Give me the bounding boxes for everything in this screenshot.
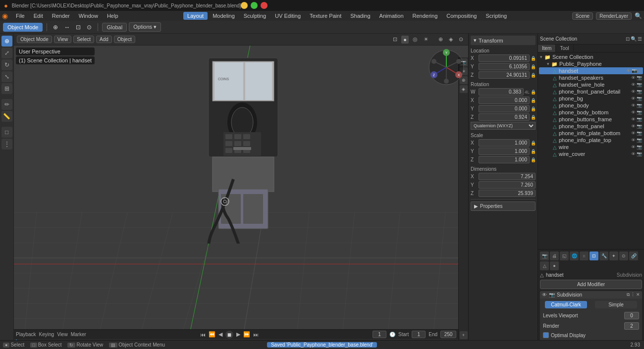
wire-render-icon[interactable]: 📷: [637, 145, 642, 150]
handset-render-icon[interactable]: 📷: [632, 68, 637, 73]
step-back-btn[interactable]: ⏪: [209, 331, 215, 338]
menu-edit[interactable]: Edit: [30, 12, 47, 20]
menu-file[interactable]: File: [12, 12, 29, 20]
render-icon[interactable]: ☀: [422, 35, 430, 44]
tree-phone-info-plate-top[interactable]: △ phone_info_plate_top 👁 📷: [539, 137, 643, 144]
keying-menu[interactable]: Keying: [39, 332, 54, 337]
wire-eye-icon[interactable]: 👁: [631, 145, 636, 150]
bb-eye-icon[interactable]: 👁: [631, 110, 636, 115]
scale-y-field[interactable]: 1.000: [479, 148, 530, 155]
workspace-texture[interactable]: Texture Paint: [306, 12, 345, 20]
tree-scene-collection[interactable]: ▾ 📁 Scene Collection: [539, 53, 643, 60]
view-menu[interactable]: View: [57, 332, 68, 337]
fp-render-icon[interactable]: 📷: [637, 124, 642, 129]
wire-hole-render-icon[interactable]: 📷: [637, 82, 642, 87]
optimal-display-checkbox[interactable]: [543, 332, 549, 338]
scene-selector[interactable]: Scene: [572, 12, 593, 20]
mod-icons-right[interactable]: ⧉ ⋮ ✕: [627, 292, 640, 298]
view-layer-props-icon[interactable]: ◱: [560, 251, 569, 260]
mod-down-icon[interactable]: ⋮: [631, 292, 635, 298]
loc-x-field[interactable]: 0.09161: [479, 54, 530, 62]
mod-copy-icon[interactable]: ⧉: [627, 292, 630, 298]
move-tool[interactable]: ⤢: [1, 48, 12, 58]
ipb-eye-icon[interactable]: 👁: [631, 131, 636, 136]
wire-hole-eye-icon[interactable]: 👁: [631, 82, 636, 87]
workspace-shading[interactable]: Shading: [346, 12, 374, 20]
snap-icon[interactable]: ⊡: [74, 23, 83, 32]
maximize-btn[interactable]: [251, 2, 258, 9]
loc-y-field[interactable]: 6.10356: [479, 63, 530, 70]
dim-x-field[interactable]: 7.254: [479, 173, 536, 180]
wireframe-icon[interactable]: ⊡: [391, 35, 399, 44]
tree-public-payphone[interactable]: ▾ 📁 Public_Payphone: [539, 60, 643, 67]
tree-phone-info-plate-bottom[interactable]: △ phone_info_plate_bottom 👁 📷: [539, 130, 643, 137]
fpd-eye-icon[interactable]: 👁: [631, 89, 636, 94]
sc-filter2-icon[interactable]: ☰: [638, 36, 642, 42]
menu-help[interactable]: Help: [103, 12, 122, 20]
tree-handset-wire-hole[interactable]: △ handset_wire_hole 👁 📷: [539, 81, 643, 88]
dim-y-field[interactable]: 7.260: [479, 181, 536, 189]
tree-wire[interactable]: △ wire 👁 📷: [539, 144, 643, 150]
workspace-layout[interactable]: Layout: [183, 12, 208, 20]
play-btn[interactable]: ▶: [236, 331, 240, 338]
playback-menu[interactable]: Playback: [16, 332, 36, 337]
catmull-clark-btn[interactable]: Catmull-Clark: [545, 301, 587, 308]
workspace-modeling[interactable]: Modeling: [209, 12, 239, 20]
end-frame-field[interactable]: 250: [440, 331, 456, 338]
render-layer-selector[interactable]: RenderLayer: [596, 12, 632, 20]
sc-search-icon[interactable]: 🔍: [631, 36, 637, 42]
cursor-tool[interactable]: ⊕: [1, 36, 12, 47]
measure-tool[interactable]: 📏: [1, 111, 12, 122]
workspace-rendering[interactable]: Rendering: [409, 12, 442, 20]
workspace-animation[interactable]: Animation: [376, 12, 408, 20]
render-props-icon[interactable]: 📷: [540, 251, 549, 260]
vp-add-btn[interactable]: Add: [96, 36, 112, 43]
output-props-icon[interactable]: 🖨: [550, 251, 559, 260]
solid-icon[interactable]: ●: [401, 36, 409, 44]
mod-delete-icon[interactable]: ✕: [636, 292, 640, 298]
rot-w-field[interactable]: 0.383: [479, 88, 524, 96]
add-modifier-btn[interactable]: Add Modifier: [540, 280, 642, 289]
vp-object-btn[interactable]: Object: [114, 36, 135, 43]
physics-props-icon[interactable]: ⊙: [619, 251, 628, 260]
loc-z-field[interactable]: 24.90131: [479, 71, 530, 79]
data-props-icon[interactable]: △: [540, 261, 549, 270]
mod-cam-icon[interactable]: 📷: [549, 292, 555, 298]
menu-window[interactable]: Window: [75, 12, 102, 20]
viewport[interactable]: Object Mode View Select Add Object ⊡ ● ◎…: [14, 34, 468, 349]
viewport-grid[interactable]: COINS: [14, 46, 468, 349]
vp-view-btn[interactable]: View: [54, 36, 72, 43]
bg-eye-icon[interactable]: 👁: [631, 96, 636, 101]
modifier-props-icon[interactable]: 🔧: [599, 251, 608, 260]
extras-tool[interactable]: ⋮: [1, 139, 12, 150]
tree-phone-body[interactable]: △ phone_body 👁 📷: [539, 102, 643, 109]
transform-selector[interactable]: Global: [102, 23, 127, 32]
mod-eye-icon[interactable]: 👁: [542, 292, 547, 298]
loc-x-lock[interactable]: 🔒: [531, 56, 536, 61]
rot-z-lock[interactable]: 🔒: [531, 115, 536, 120]
tree-phone-front-panel[interactable]: △ phone_front_panel 👁 📷: [539, 123, 643, 130]
stop-btn[interactable]: ■: [225, 331, 233, 339]
annotate-tool[interactable]: ✏: [1, 99, 12, 110]
vp-select-btn[interactable]: Select: [73, 36, 94, 43]
tree-phone-front-panel-detail[interactable]: △ phone_front_panel_detail 👁 📷: [539, 88, 643, 95]
scale-x-lock[interactable]: 🔒: [531, 141, 536, 146]
speakers-eye-icon[interactable]: 👁: [631, 75, 636, 80]
rotate-tool[interactable]: ↻: [1, 59, 12, 70]
start-frame-field[interactable]: 1: [412, 331, 426, 338]
sc-tool-tab[interactable]: Tool: [556, 45, 573, 52]
transform-tool[interactable]: ⊞: [1, 83, 12, 94]
close-btn[interactable]: [261, 2, 268, 9]
dim-z-field[interactable]: 25.939: [479, 190, 536, 197]
rot-z-field[interactable]: 0.924: [479, 113, 530, 121]
workspace-uv[interactable]: UV Editing: [271, 12, 305, 20]
vp-mode-btn[interactable]: Object Mode: [17, 36, 52, 43]
sc-item-tab[interactable]: Item: [538, 45, 556, 52]
loc-z-lock[interactable]: 🔒: [531, 73, 536, 78]
fpd-render-icon[interactable]: 📷: [637, 89, 642, 94]
material-icon[interactable]: ◎: [411, 35, 420, 44]
tree-handset[interactable]: △ handset 👁 📷 ⊡: [539, 67, 643, 74]
minimize-btn[interactable]: [241, 2, 248, 9]
ipb-render-icon[interactable]: 📷: [637, 131, 642, 136]
fp-eye-icon[interactable]: 👁: [631, 124, 636, 129]
